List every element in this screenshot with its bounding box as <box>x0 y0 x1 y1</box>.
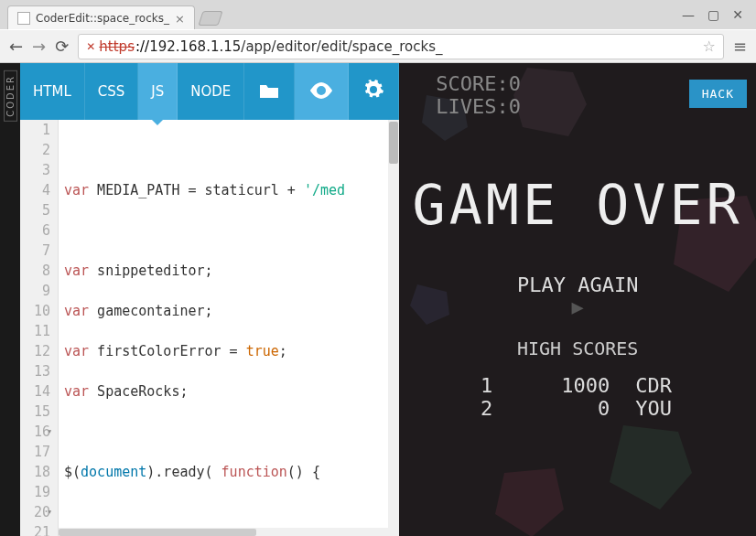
back-button[interactable]: ← <box>9 37 23 56</box>
window-maximize-button[interactable]: ▢ <box>707 7 719 22</box>
play-icon[interactable]: ▶ <box>572 295 584 318</box>
hack-button[interactable]: HACK <box>689 80 747 108</box>
vertical-scrollbar[interactable] <box>388 120 399 536</box>
forward-button[interactable]: → <box>32 37 46 56</box>
url-host: 192.168.1.15 <box>149 38 241 55</box>
asteroid-icon <box>491 464 573 536</box>
coder-rail[interactable]: CODER <box>0 63 20 536</box>
window-minimize-button[interactable]: — <box>682 7 695 22</box>
svg-marker-1 <box>513 68 587 136</box>
tab-js[interactable]: JS <box>138 63 178 120</box>
play-again-button[interactable]: PLAY AGAIN <box>399 273 756 296</box>
score-row: 1 1000 CDR <box>465 374 690 397</box>
svg-point-0 <box>319 88 324 93</box>
new-tab-button[interactable] <box>198 11 222 26</box>
tab-title: CoderEdit::space_rocks_ <box>36 12 169 25</box>
tab-node[interactable]: NODE <box>178 63 244 120</box>
settings-button[interactable] <box>349 63 399 120</box>
game-over-title: GAME OVER <box>399 173 756 237</box>
tab-bar: CoderEdit::space_rocks_ × — ▢ ✕ <box>0 0 756 29</box>
gear-icon <box>363 80 383 104</box>
browser-tab[interactable]: CoderEdit::space_rocks_ × <box>7 5 195 29</box>
svg-marker-5 <box>495 468 564 536</box>
url-path: /app/editor/edit/space_rocks_ <box>241 38 442 55</box>
game-hud: SCORE:0 LIVES:0 <box>436 72 521 118</box>
horizontal-scrollbar[interactable] <box>59 528 388 536</box>
folder-icon <box>259 80 279 103</box>
app-body: CODER HTML CSS JS NODE <box>0 63 756 536</box>
score-row: 2 0 YOU <box>465 397 690 420</box>
tab-css[interactable]: CSS <box>85 63 139 120</box>
tab-html[interactable]: HTML <box>20 63 85 120</box>
code-content[interactable]: var MEDIA_PATH = staticurl + '/med var s… <box>59 120 345 536</box>
favicon-icon <box>17 12 30 25</box>
browser-chrome: CoderEdit::space_rocks_ × — ▢ ✕ ← → ⟳ ✕ … <box>0 0 756 63</box>
close-tab-icon[interactable]: × <box>175 12 185 26</box>
asteroid-icon <box>509 63 591 145</box>
asteroid-icon <box>600 418 701 519</box>
eye-icon <box>309 80 333 103</box>
folder-button[interactable] <box>244 63 295 120</box>
svg-marker-4 <box>610 425 692 509</box>
window-controls: — ▢ ✕ <box>682 7 756 29</box>
line-gutter: 1 2 3 4 5 6 7 8 9 10 11 12 13 14 15 16 1… <box>20 120 59 536</box>
game-preview: SCORE:0 LIVES:0 HACK GAME OVER PLAY AGAI… <box>399 63 756 536</box>
editor-toolbar: HTML CSS JS NODE <box>20 63 399 120</box>
high-scores-table: 1 1000 CDR 2 0 YOU <box>465 374 690 420</box>
editor-pane: HTML CSS JS NODE 1 <box>20 63 399 536</box>
coder-rail-label: CODER <box>4 70 17 122</box>
reload-button[interactable]: ⟳ <box>55 37 69 56</box>
ssl-warning-icon: ✕ <box>86 40 95 53</box>
bookmark-star-icon[interactable]: ☆ <box>703 38 716 55</box>
code-editor[interactable]: 1 2 3 4 5 6 7 8 9 10 11 12 13 14 15 16 1… <box>20 120 399 536</box>
preview-button[interactable] <box>295 63 349 120</box>
address-bar: ← → ⟳ ✕ https :// 192.168.1.15 /app/edit… <box>0 29 756 62</box>
browser-menu-button[interactable]: ≡ <box>733 37 747 56</box>
high-scores-title: HIGH SCORES <box>399 338 756 359</box>
url-input[interactable]: ✕ https :// 192.168.1.15 /app/editor/edi… <box>78 34 724 59</box>
window-close-button[interactable]: ✕ <box>732 7 743 22</box>
url-scheme: https <box>99 38 135 55</box>
